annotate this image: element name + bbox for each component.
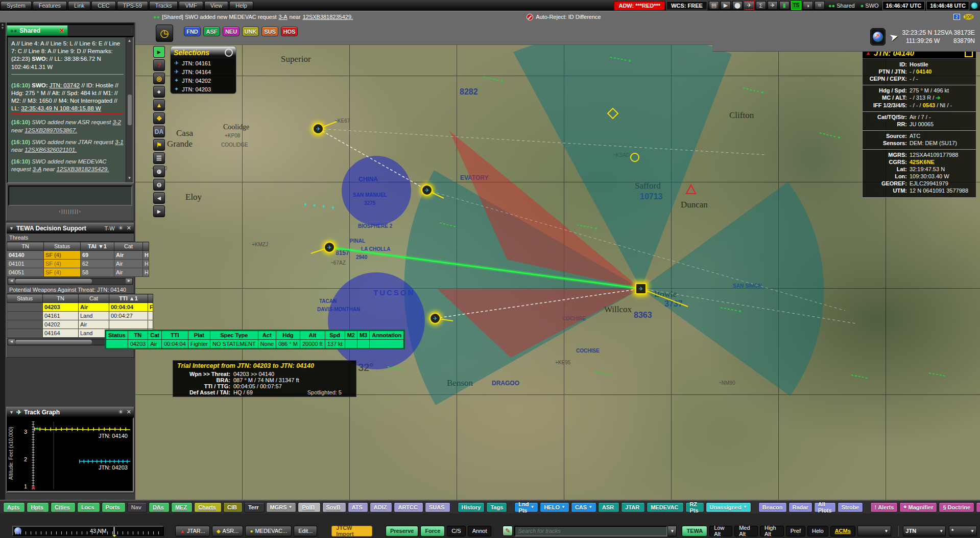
search-input[interactable] [514,526,667,536]
panel-resize-grip[interactable]: ‹||||||||› [7,208,134,215]
track-graph-header[interactable]: ▼ ✈ Track Graph ✳ ✕ [7,407,134,417]
selection-item[interactable]: ✦JTN: 04202 [171,76,236,85]
id-filter-button[interactable]: SUS [261,27,278,36]
selection-item[interactable]: ✈JTN: 04161 [171,59,236,67]
overlay-toggle-button[interactable]: Nav [127,502,147,512]
menu-item[interactable]: VMF [179,1,203,10]
menu-item[interactable]: Help [229,1,253,10]
request-link[interactable]: 3-A [278,14,287,20]
tab-close-icon[interactable]: ✕ [59,27,64,34]
range-scale-slider[interactable]: 43 NM [12,526,164,536]
overlay-toggle-button[interactable]: MEZ [171,502,193,512]
mgrs-link[interactable]: 12SXB3818235429. [303,14,353,20]
overlay-toggle-button[interactable]: ADIZ [370,502,393,512]
score-badge[interactable]: 100 [963,14,974,20]
weapon-row[interactable]: 04202 Air [7,320,153,329]
alert-count-badge[interactable]: 2 [953,14,960,20]
tewa-mode-label[interactable]: T-W [104,225,114,231]
globe-button[interactable] [870,28,886,45]
col-tn[interactable]: TN [7,242,44,251]
display-icon[interactable]: ⌗ [815,1,825,10]
overlay-toggle-button[interactable]: Apts [3,502,25,512]
chat-input[interactable] [8,185,132,206]
selections-circle-button[interactable] [225,49,233,57]
close-icon[interactable]: ✕ [127,409,131,415]
menu-item[interactable]: View [204,1,229,10]
map-tool-button[interactable]: ✥ [153,112,165,124]
overlay-toggle-button[interactable]: SovB [322,502,346,512]
map-canvas[interactable]: Superior~KE678282Clifton~KSADCoolidge+KP… [135,45,980,501]
overlay-toggle-button[interactable]: Ports [102,502,126,512]
latlon-link[interactable]: 32:35:43.49 N 108:48:15.88 W [21,105,101,111]
chat-tab-shared[interactable]: ●● Shared ✕ [7,25,68,36]
col-tn[interactable]: TN [43,294,79,303]
dock-edge-strip[interactable]: ▲▼ [0,22,5,501]
col-status[interactable]: Status [44,242,81,251]
overlay-toggle-button[interactable]: ATS [348,502,368,512]
gear-icon[interactable]: ✳ [118,409,123,415]
request-button[interactable]: ▲JTAR... [175,526,210,536]
col-status[interactable]: Status [7,294,43,303]
overlay-toggle-button[interactable]: PolB [298,502,320,512]
tool-window-button[interactable]: ⋮MSCT [976,502,980,512]
overlay-toggle-button[interactable]: Lnd Pts▼ [514,502,538,512]
mgrs-link[interactable]: 12SXB3818235429. [56,166,109,172]
acms-dropdown[interactable]: ▼ [857,526,891,536]
map-tool-button[interactable]: ? [153,59,165,71]
col-tai[interactable]: TAI ▼1 [81,242,114,251]
col-tti[interactable]: TTI ▲1 [109,294,148,303]
request-button[interactable]: ●MEDEVAC... [245,526,292,536]
collapse-icon[interactable]: ▼ [9,410,14,415]
threat-row-selected[interactable]: 04140SF (4) 69AirH [7,251,149,260]
track-icon-selected[interactable]: ✈ [635,283,647,294]
overlay-toggle-button[interactable]: Cities [51,502,76,512]
weapon-row-highlight[interactable]: 04203 Air00:04:04F [7,303,153,312]
search-tracks-icon[interactable]: ✎ [503,526,513,536]
id-filter-button[interactable]: FND [184,27,201,36]
selection-item[interactable]: ✈JTN: 04164 [171,67,236,76]
jtcw-import-button[interactable]: JTCW Import [331,526,372,536]
overlay-toggle-button[interactable]: JTAR [621,502,645,512]
plot-toggle-button[interactable]: Radar [788,502,812,512]
track-icon[interactable]: ✈ [421,184,433,196]
map-tool-button[interactable]: ⊖ [153,179,165,191]
overlay-toggle-button[interactable]: DAs [149,502,170,512]
tewa-panel-header[interactable]: ▼ TEWA Decision Support T-W ✳ ✕ [7,223,134,233]
menu-item[interactable]: Features [33,1,67,10]
request-link[interactable]: 3-2 [112,119,121,125]
time-filter-button[interactable]: ◷ [156,25,173,42]
id-filter-button[interactable]: NEU [223,27,240,36]
col-extra[interactable] [143,242,149,251]
tool-window-button[interactable]: !Alerts [870,502,898,512]
threats-hscrollbar[interactable]: ◄► [8,278,133,285]
menu-item[interactable]: Link [68,1,90,10]
map-tool-button[interactable]: ▲ [153,99,165,111]
collapse-icon[interactable]: ▼ [9,226,14,231]
map-tool-button[interactable]: ☰ [153,152,165,164]
gear-icon[interactable]: ✳ [118,225,123,231]
overlay-toggle-button[interactable]: RZ Pts [685,502,704,512]
search-dropdown-arrow[interactable]: ▼ [667,526,677,536]
col-extra[interactable] [148,294,153,303]
map-tool-button[interactable]: ⚑ [153,139,165,151]
map-tool-button[interactable]: ⊕ [153,166,165,177]
altitude-filter-button[interactable]: High Alt [760,526,784,536]
overlay-toggle-button[interactable]: ARTCC [394,502,423,512]
col-cat[interactable]: Cat [114,242,143,251]
threat-row[interactable]: 04101SF (4) 62AirH [7,260,149,268]
selection-item[interactable]: ✦JTN: 04203 [171,85,236,93]
overlay-toggle-button[interactable]: CIB [223,502,243,512]
doc-reject-icon[interactable]: ▤ [709,1,719,10]
overlay-toggle-button[interactable]: ASR [598,502,619,512]
close-icon[interactable]: ✕ [127,225,131,231]
altitude-filter-button[interactable]: Low Alt [709,526,732,536]
col-cat[interactable]: Cat [79,294,109,303]
moon-icon[interactable]: ◑ [803,1,813,10]
request-link[interactable]: 3-A [33,166,41,172]
request-link[interactable]: 3-1 [115,139,124,145]
weapon-row[interactable]: 04161 Land00:04:27 [7,312,153,320]
aircraft-icon[interactable]: ✈ [768,1,778,10]
overlay-toggle-button[interactable]: MGRS▼ [266,502,297,512]
overlay-toggle-button[interactable]: Terr [244,502,265,512]
wildcard-dropdown[interactable]: *▼ [949,526,977,536]
